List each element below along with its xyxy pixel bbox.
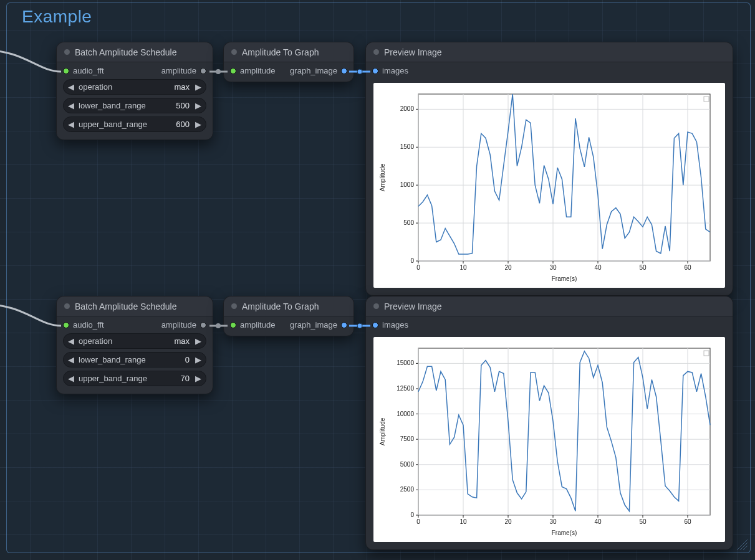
svg-text:12500: 12500	[397, 385, 414, 392]
preview-image: 01020304050600500100015002000Frame(s)Amp…	[373, 83, 725, 288]
node-amplitude-to-graph[interactable]: Amplitude To Graph amplitude graph_image	[223, 296, 354, 336]
svg-text:1500: 1500	[400, 143, 415, 150]
output-port-amplitude[interactable]: amplitude	[161, 66, 206, 75]
port-dot-icon	[372, 322, 378, 328]
node-batch-amplitude-schedule[interactable]: Batch Amplitude Schedule audio_fft ampli…	[56, 296, 213, 394]
chevron-left-icon[interactable]: ◀	[66, 355, 76, 364]
param-operation[interactable]: ◀ operation max ▶	[63, 333, 206, 349]
input-port-audio-fft[interactable]: audio_fft	[63, 66, 104, 75]
port-label: graph_image	[290, 320, 337, 330]
output-port-graph-image[interactable]: graph_image	[290, 320, 347, 330]
collapse-dot-icon[interactable]	[231, 49, 237, 55]
node-header[interactable]: Batch Amplitude Schedule	[57, 297, 213, 316]
node-title: Amplitude To Graph	[242, 301, 319, 311]
svg-text:15000: 15000	[397, 359, 414, 366]
output-port-amplitude[interactable]: amplitude	[161, 320, 206, 330]
input-port-audio-fft[interactable]: audio_fft	[63, 320, 104, 330]
node-batch-amplitude-schedule[interactable]: Batch Amplitude Schedule audio_fft ampli…	[56, 42, 213, 140]
chevron-right-icon[interactable]: ▶	[193, 336, 203, 346]
param-value: max	[170, 82, 193, 92]
port-label: amplitude	[161, 320, 196, 330]
chevron-left-icon[interactable]: ◀	[66, 336, 76, 346]
preview-image: 0102030405060025005000750010000125001500…	[373, 337, 725, 542]
port-dot-icon	[200, 68, 206, 74]
chevron-right-icon[interactable]: ▶	[193, 355, 203, 364]
output-port-graph-image[interactable]: graph_image	[290, 66, 347, 75]
collapse-dot-icon[interactable]	[373, 49, 379, 55]
node-amplitude-to-graph[interactable]: Amplitude To Graph amplitude graph_image	[223, 42, 354, 82]
param-name: operation	[76, 82, 170, 92]
svg-text:5000: 5000	[400, 461, 415, 468]
chart-amplitude: 0102030405060025005000750010000125001500…	[373, 337, 723, 540]
port-label: audio_fft	[73, 66, 104, 75]
svg-text:7500: 7500	[400, 435, 415, 442]
param-name: upper_band_range	[76, 374, 177, 383]
input-port-images[interactable]: images	[372, 320, 408, 330]
svg-text:50: 50	[639, 264, 647, 271]
node-title: Batch Amplitude Schedule	[75, 301, 176, 311]
svg-text:500: 500	[403, 219, 414, 226]
param-lower-band-range[interactable]: ◀ lower_band_range 500 ▶	[63, 98, 206, 113]
port-label: amplitude	[161, 66, 196, 75]
chevron-right-icon[interactable]: ▶	[193, 101, 203, 110]
node-title: Preview Image	[384, 47, 442, 57]
svg-rect-39	[704, 97, 709, 102]
node-preview-image[interactable]: Preview Image images 0102030405060050010…	[365, 42, 733, 296]
param-upper-band-range[interactable]: ◀ upper_band_range 70 ▶	[63, 371, 206, 386]
svg-text:2000: 2000	[400, 105, 415, 112]
input-port-amplitude[interactable]: amplitude	[230, 320, 275, 330]
svg-text:40: 40	[594, 264, 602, 271]
collapse-dot-icon[interactable]	[373, 303, 379, 309]
svg-text:0: 0	[410, 511, 414, 518]
chevron-right-icon[interactable]: ▶	[193, 82, 203, 92]
collapse-dot-icon[interactable]	[231, 303, 237, 309]
node-header[interactable]: Amplitude To Graph	[224, 297, 353, 316]
svg-text:Amplitude: Amplitude	[379, 417, 386, 445]
chevron-left-icon[interactable]: ◀	[66, 120, 76, 129]
resize-handle-icon[interactable]	[736, 539, 748, 550]
port-dot-icon	[63, 68, 69, 74]
param-lower-band-range[interactable]: ◀ lower_band_range 0 ▶	[63, 352, 206, 368]
node-header[interactable]: Amplitude To Graph	[224, 42, 353, 62]
port-dot-icon	[63, 322, 69, 328]
port-label: amplitude	[240, 66, 275, 75]
chevron-left-icon[interactable]: ◀	[66, 82, 76, 92]
input-port-images[interactable]: images	[372, 66, 408, 75]
svg-text:60: 60	[684, 264, 691, 271]
svg-rect-0	[418, 94, 710, 261]
chevron-left-icon[interactable]: ◀	[66, 374, 76, 383]
input-port-amplitude[interactable]: amplitude	[230, 66, 275, 75]
node-title: Amplitude To Graph	[242, 47, 319, 57]
chevron-left-icon[interactable]: ◀	[66, 101, 76, 110]
collapse-dot-icon[interactable]	[64, 49, 70, 55]
port-label: images	[382, 66, 408, 75]
port-label: graph_image	[290, 66, 337, 75]
node-preview-image[interactable]: Preview Image images 0102030405060025005…	[365, 296, 733, 550]
port-dot-icon	[230, 68, 236, 74]
param-upper-band-range[interactable]: ◀ upper_band_range 600 ▶	[63, 116, 206, 132]
param-operation[interactable]: ◀ operation max ▶	[63, 79, 206, 95]
svg-text:20: 20	[504, 518, 512, 525]
node-title: Batch Amplitude Schedule	[75, 47, 176, 57]
chevron-right-icon[interactable]: ▶	[193, 120, 203, 129]
svg-text:Amplitude: Amplitude	[379, 163, 386, 191]
svg-text:Frame(s): Frame(s)	[552, 275, 577, 282]
node-header[interactable]: Preview Image	[366, 297, 733, 316]
param-value: 500	[172, 101, 193, 110]
param-name: operation	[76, 336, 170, 346]
svg-text:0: 0	[416, 264, 420, 271]
svg-text:50: 50	[639, 518, 647, 525]
port-label: images	[382, 320, 408, 330]
node-header[interactable]: Preview Image	[366, 42, 733, 62]
port-dot-icon	[341, 68, 347, 74]
chevron-right-icon[interactable]: ▶	[193, 374, 203, 383]
collapse-dot-icon[interactable]	[64, 303, 70, 309]
chart-amplitude: 01020304050600500100015002000Frame(s)Amp…	[373, 83, 723, 286]
node-title: Preview Image	[384, 301, 442, 311]
port-dot-icon	[341, 322, 347, 328]
svg-text:10000: 10000	[397, 411, 414, 417]
svg-text:10: 10	[459, 264, 467, 271]
group-title[interactable]: Example	[22, 7, 92, 27]
param-name: lower_band_range	[76, 101, 172, 110]
node-header[interactable]: Batch Amplitude Schedule	[57, 42, 213, 62]
